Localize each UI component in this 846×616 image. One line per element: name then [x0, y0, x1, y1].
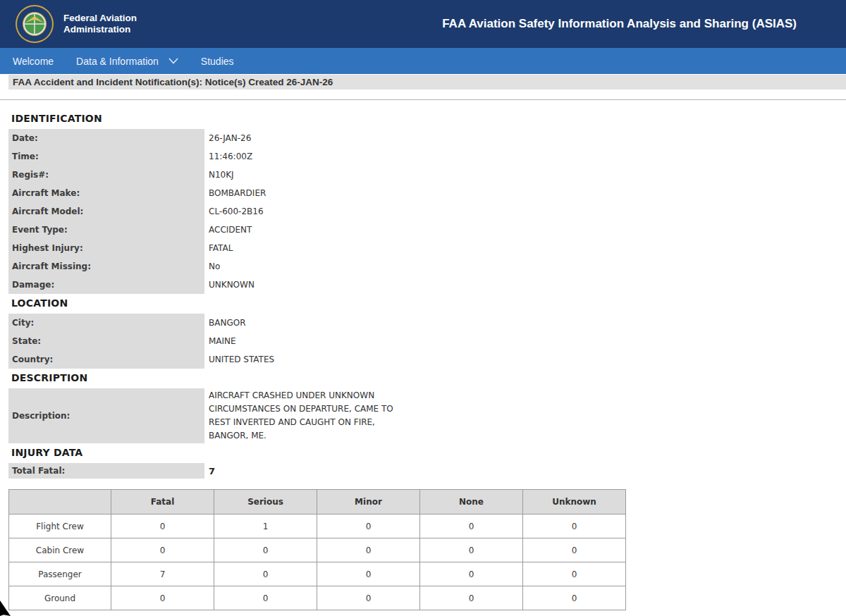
- field-row-total-fatal: Total Fatal: 7: [8, 463, 846, 479]
- faa-logo-link[interactable]: Federal Aviation Administration: [14, 5, 137, 43]
- field-label: Aircraft Missing:: [8, 257, 204, 276]
- cell-serious: 0: [214, 562, 317, 586]
- page-title-bar: FAA Accident and Incident Notification(s…: [8, 75, 846, 90]
- nav-data-information-label: Data & Information: [76, 56, 159, 67]
- field-label: Total Fatal:: [8, 463, 204, 479]
- agency-line1: Federal Aviation: [63, 13, 137, 24]
- location-heading: LOCATION: [11, 297, 846, 309]
- cell-none: 0: [420, 515, 523, 538]
- cell-minor: 0: [317, 586, 420, 610]
- column-header-unknown: Unknown: [523, 490, 626, 515]
- field-label: Event Type:: [8, 221, 204, 239]
- cell-minor: 0: [317, 562, 420, 586]
- table-row-flight-crew: Flight Crew 0 1 0 0 0: [9, 515, 626, 538]
- column-header-fatal: Fatal: [111, 490, 214, 515]
- cell-fatal: 0: [111, 538, 214, 562]
- field-label: Regis#:: [8, 166, 204, 184]
- field-value: 11:46:00Z: [204, 147, 252, 166]
- field-value: 26-JAN-26: [204, 129, 251, 147]
- field-row-description: Description: AIRCRAFT CRASHED UNDER UNKN…: [8, 388, 846, 443]
- field-row-time: Time: 11:46:00Z: [8, 147, 846, 166]
- injury-summary: Total Fatal: 7: [8, 463, 846, 479]
- description-heading: DESCRIPTION: [11, 372, 846, 384]
- field-value: BOMBARDIER: [204, 184, 266, 202]
- column-header-category: [9, 490, 111, 515]
- field-label: Date:: [8, 129, 204, 147]
- cell-minor: 0: [317, 515, 420, 538]
- field-label: State:: [8, 332, 204, 350]
- cell-fatal: 0: [111, 515, 214, 538]
- field-label: Damage:: [8, 276, 204, 294]
- agency-name: Federal Aviation Administration: [63, 13, 137, 35]
- field-row-highest-injury: Highest Injury: FATAL: [8, 239, 846, 257]
- cell-unknown: 0: [523, 586, 626, 610]
- location-table: City: BANGOR State: MAINE Country: UNITE…: [8, 314, 846, 369]
- field-value: N10KJ: [204, 166, 234, 184]
- nav-item-studies[interactable]: Studies: [194, 48, 241, 74]
- field-value: MAINE: [204, 332, 236, 350]
- table-row-passenger: Passenger 7 0 0 0 0: [9, 562, 626, 586]
- field-row-aircraft-missing: Aircraft Missing: No: [8, 257, 846, 276]
- notification-report: IDENTIFICATION Date: 26-JAN-26 Time: 11:…: [0, 113, 846, 610]
- column-header-minor: Minor: [317, 490, 420, 515]
- cell-none: 0: [420, 562, 523, 586]
- nav-item-welcome[interactable]: Welcome: [6, 48, 61, 74]
- field-value: ACCIDENT: [204, 221, 252, 239]
- app-header: Federal Aviation Administration FAA Avia…: [0, 0, 846, 48]
- field-label: Time:: [8, 147, 204, 166]
- row-category: Flight Crew: [9, 515, 111, 538]
- field-value: CL-600-2B16: [204, 202, 264, 221]
- field-label: Description:: [8, 388, 204, 443]
- globe-icon: [23, 13, 46, 35]
- field-row-state: State: MAINE: [8, 332, 846, 350]
- field-value: UNITED STATES: [204, 350, 274, 369]
- field-row-damage: Damage: UNKNOWN: [8, 276, 846, 294]
- field-row-aircraft-model: Aircraft Model: CL-600-2B16: [8, 202, 846, 221]
- field-row-country: Country: UNITED STATES: [8, 350, 846, 369]
- chevron-down-icon: [168, 58, 178, 64]
- table-row-cabin-crew: Cabin Crew 0 0 0 0 0: [9, 538, 626, 562]
- cell-serious: 0: [214, 538, 317, 562]
- cell-serious: 1: [214, 515, 317, 538]
- row-category: Cabin Crew: [9, 538, 111, 562]
- field-row-event-type: Event Type: ACCIDENT: [8, 221, 846, 239]
- identification-heading: IDENTIFICATION: [11, 113, 846, 125]
- cell-unknown: 0: [523, 515, 626, 538]
- nav-studies-label: Studies: [201, 56, 234, 67]
- field-label: Aircraft Model:: [8, 202, 204, 221]
- field-label: Country:: [8, 350, 204, 369]
- column-header-none: None: [420, 490, 523, 515]
- row-category: Ground: [9, 586, 111, 610]
- total-fatal-value: 7: [204, 463, 215, 479]
- field-value: No: [204, 257, 220, 276]
- nav-item-data-information[interactable]: Data & Information: [69, 48, 185, 74]
- cell-fatal: 7: [111, 562, 214, 586]
- divider: [0, 99, 846, 100]
- cell-none: 0: [420, 538, 523, 562]
- cell-fatal: 0: [111, 586, 214, 610]
- row-category: Passenger: [9, 562, 111, 586]
- field-label: Aircraft Make:: [8, 184, 204, 202]
- faa-seal-icon: [16, 5, 54, 43]
- field-label: City:: [8, 314, 204, 332]
- field-row-aircraft-make: Aircraft Make: BOMBARDIER: [8, 184, 846, 202]
- injury-table: Fatal Serious Minor None Unknown Flight …: [8, 489, 626, 610]
- cell-serious: 0: [214, 586, 317, 610]
- field-row-date: Date: 26-JAN-26: [8, 129, 846, 147]
- field-row-regis: Regis#: N10KJ: [8, 166, 846, 184]
- description-text: AIRCRAFT CRASHED UNDER UNKNOWN CIRCUMSTA…: [204, 388, 393, 443]
- nav-welcome-label: Welcome: [13, 56, 54, 67]
- cell-none: 0: [420, 586, 523, 610]
- app-title: FAA Aviation Safety Information Analysis…: [442, 17, 832, 31]
- column-header-serious: Serious: [214, 490, 317, 515]
- main-nav: Welcome Data & Information Studies: [0, 48, 846, 74]
- cell-unknown: 0: [523, 562, 626, 586]
- description-table: Description: AIRCRAFT CRASHED UNDER UNKN…: [8, 388, 846, 443]
- field-value: BANGOR: [204, 314, 246, 332]
- cell-minor: 0: [317, 538, 420, 562]
- identification-table: Date: 26-JAN-26 Time: 11:46:00Z Regis#: …: [8, 129, 846, 294]
- field-label: Highest Injury:: [8, 239, 204, 257]
- field-value: FATAL: [204, 239, 233, 257]
- field-row-city: City: BANGOR: [8, 314, 846, 332]
- injury-table-header-row: Fatal Serious Minor None Unknown: [9, 490, 626, 515]
